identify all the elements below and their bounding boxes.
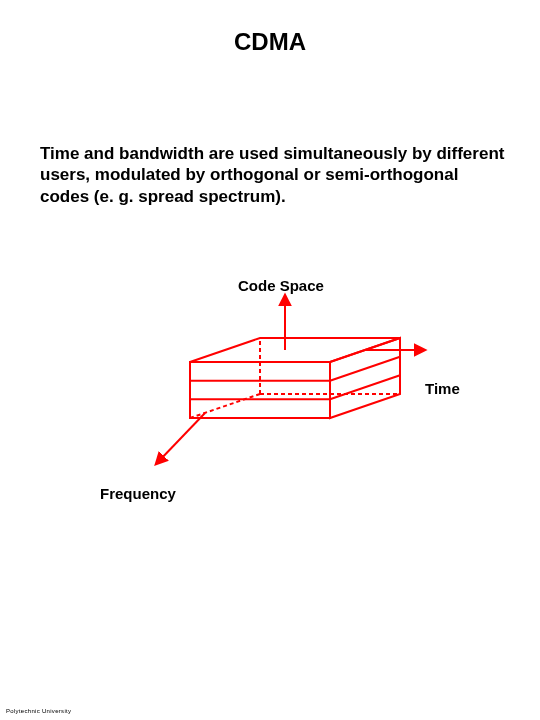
svg-line-5 (330, 357, 400, 381)
page-title: CDMA (0, 28, 540, 56)
svg-line-6 (330, 375, 400, 399)
axis-label-time: Time (425, 380, 460, 397)
axis-frequency (158, 413, 205, 462)
cdma-diagram (150, 290, 430, 490)
body-paragraph: Time and bandwidth are used simultaneous… (40, 143, 510, 207)
svg-line-8 (190, 394, 260, 418)
footer-credit: Polytechnic University (6, 708, 71, 714)
